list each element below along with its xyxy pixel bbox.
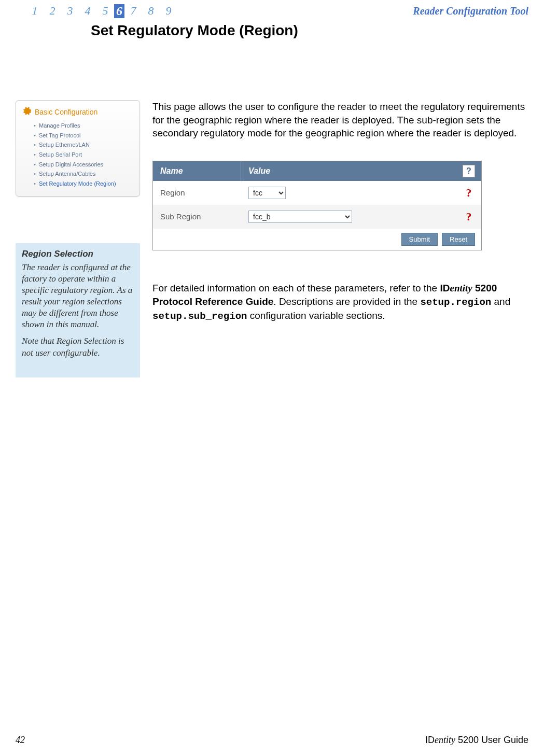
form-header-value: Value — [241, 161, 456, 181]
chapter-nav: 123456789 — [26, 4, 177, 18]
subregion-help-icon[interactable]: ? — [456, 205, 481, 229]
gear-icon — [21, 106, 32, 118]
region-help-icon[interactable]: ? — [456, 181, 481, 205]
sidebar-note-p1: The reader is configured at the factory … — [22, 262, 134, 331]
form-header-row: Name Value ? — [153, 161, 481, 181]
reset-button[interactable]: Reset — [442, 233, 475, 246]
page-title: Set Regulatory Mode (Region) — [91, 22, 544, 39]
help-icon[interactable]: ? — [463, 165, 475, 177]
page-header: 123456789 Reader Configuration Tool — [0, 0, 544, 22]
nav-items: Manage ProfilesSet Tag ProtocolSetup Eth… — [20, 121, 135, 189]
nav-panel-title: Basic Configuration — [20, 106, 135, 118]
table-row: Region fcc ? — [153, 181, 481, 205]
nav-item[interactable]: Manage Profiles — [34, 121, 135, 131]
footer-guide: IDentity 5200 User Guide — [425, 735, 528, 746]
page-number: 42 — [16, 735, 25, 746]
chapter-link-5[interactable]: 5 — [96, 4, 114, 18]
nav-item[interactable]: Setup Digital Accessories — [34, 160, 135, 170]
sidebar-note-heading: Region Selection — [22, 248, 134, 260]
nav-item[interactable]: Set Tag Protocol — [34, 131, 135, 141]
nav-panel: Basic Configuration Manage ProfilesSet T… — [16, 100, 140, 197]
chapter-link-8[interactable]: 8 — [142, 4, 160, 18]
chapter-link-6[interactable]: 6 — [114, 4, 124, 18]
sidebar-note-p2: Note that Region Selection is not user c… — [22, 335, 134, 358]
intro-text: This page allows the user to configure t… — [152, 100, 528, 140]
chapter-link-9[interactable]: 9 — [160, 4, 177, 18]
chapter-link-7[interactable]: 7 — [124, 4, 142, 18]
form-actions: Submit Reset — [153, 229, 481, 250]
tool-title: Reader Configuration Tool — [413, 5, 528, 17]
nav-item[interactable]: Setup Ethernet/LAN — [34, 140, 135, 150]
table-row: Sub Region fcc_b ? — [153, 205, 481, 229]
submit-button[interactable]: Submit — [401, 233, 438, 246]
form-header-help[interactable]: ? — [456, 161, 481, 181]
subregion-select[interactable]: fcc_b — [248, 211, 352, 223]
nav-item[interactable]: Set Regulatory Mode (Region) — [34, 179, 135, 189]
region-select[interactable]: fcc — [248, 187, 286, 199]
nav-item[interactable]: Setup Antenna/Cables — [34, 169, 135, 179]
chapter-link-4[interactable]: 4 — [79, 4, 96, 18]
nav-panel-title-text: Basic Configuration — [35, 108, 97, 116]
form-header-name: Name — [153, 161, 241, 181]
form-panel: Name Value ? Region fcc ? Sub Region — [152, 161, 482, 250]
chapter-link-3[interactable]: 3 — [61, 4, 79, 18]
detail-text: For detailed information on each of thes… — [152, 282, 528, 324]
sidebar-note: Region Selection The reader is configure… — [16, 243, 140, 377]
nav-item[interactable]: Setup Serial Port — [34, 150, 135, 160]
chapter-link-2[interactable]: 2 — [44, 4, 61, 18]
chapter-link-1[interactable]: 1 — [26, 4, 44, 18]
region-label: Region — [153, 183, 241, 202]
subregion-label: Sub Region — [153, 207, 241, 226]
page-footer: 42 IDentity 5200 User Guide — [0, 735, 544, 746]
